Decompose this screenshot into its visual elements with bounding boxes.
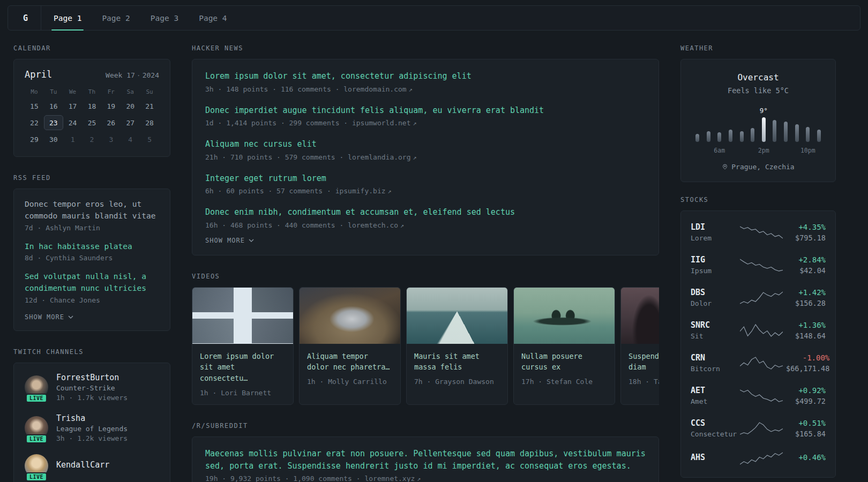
video-card[interactable]: Lorem ipsum dolor sit amet consectetu… 1… bbox=[192, 287, 294, 405]
post-title[interactable]: Maecenas mollis pulvinar erat non posuer… bbox=[205, 448, 646, 472]
rss-item-title[interactable]: Donec tempor eros leo, ut commodo mauris… bbox=[25, 199, 159, 222]
stock-symbol[interactable]: IIG bbox=[691, 255, 737, 265]
video-card[interactable]: Mauris sit amet massa felis 7h · Grayson… bbox=[406, 287, 508, 405]
rss-show-more-button[interactable]: SHOW MORE bbox=[25, 313, 159, 321]
live-badge: LIVE bbox=[26, 394, 47, 403]
hackernews-card: Lorem ipsum dolor sit amet, consectetur … bbox=[192, 59, 659, 255]
weather-bar bbox=[707, 131, 710, 142]
channel-avatar[interactable]: LIVE bbox=[25, 375, 48, 399]
rss-item: Donec tempor eros leo, ut commodo mauris… bbox=[25, 199, 159, 232]
stock-name: Ipsum bbox=[691, 267, 737, 275]
story-title[interactable]: Donec imperdiet augue tincidunt felis al… bbox=[205, 104, 646, 117]
stock-symbol[interactable]: LDI bbox=[691, 222, 737, 232]
video-card[interactable]: Suspendisse diam 18h · Tara bbox=[620, 287, 659, 405]
tab-page-3[interactable]: Page 3 bbox=[140, 6, 189, 30]
weather-bar bbox=[729, 130, 732, 142]
story-domain-link[interactable]: ipsumworld.net bbox=[352, 119, 411, 127]
story-meta: 6h · 60 points · 57 comments · ipsumify.… bbox=[205, 187, 646, 195]
story-meta: 16h · 468 points · 440 comments · loremt… bbox=[205, 221, 646, 229]
stock-symbol[interactable]: DBS bbox=[691, 288, 737, 297]
stock-symbol[interactable]: CCS bbox=[691, 418, 737, 428]
story-domain-link[interactable]: loremtech.co bbox=[348, 221, 398, 229]
stock-row[interactable]: CRNBitcorn -1.00%$66,171.48 bbox=[691, 347, 826, 379]
video-card[interactable]: Nullam posuere cursus ex 17h · Stefan Co… bbox=[513, 287, 615, 405]
video-card[interactable]: Aliquam tempor dolor nec pharetra… 1h · … bbox=[299, 287, 401, 405]
video-title[interactable]: Mauris sit amet massa felis bbox=[414, 351, 500, 373]
twitch-channel-row[interactable]: LIVE Trisha League of Legends 3h · 1.2k … bbox=[25, 413, 159, 442]
story-title[interactable]: Aliquam nec cursus elit bbox=[205, 138, 646, 150]
twitch-channel-row[interactable]: LIVE ForrestBurton Counter-Strike 1h · 1… bbox=[25, 373, 159, 402]
channel-avatar[interactable]: LIVE bbox=[25, 454, 48, 478]
tab-page-1[interactable]: Page 1 bbox=[43, 6, 92, 30]
weather-widget: WEATHER Overcast Feels like 5°C 6am9°2pm… bbox=[680, 44, 836, 182]
stock-sparkline bbox=[740, 290, 783, 305]
story-domain-link[interactable]: ipsumify.biz bbox=[335, 187, 386, 195]
stock-symbol[interactable]: AHS bbox=[691, 453, 737, 462]
story-title[interactable]: Integer eget rutrum lorem bbox=[205, 172, 646, 185]
video-thumbnail[interactable] bbox=[300, 288, 400, 344]
stock-row[interactable]: IIGIpsum +2.84%$42.04 bbox=[691, 248, 826, 281]
stock-name: Consectetur bbox=[691, 430, 737, 438]
calendar-day: 2 bbox=[83, 132, 102, 147]
weather-bar-column bbox=[737, 131, 746, 154]
weather-bar-column: 10pm bbox=[803, 127, 812, 154]
stock-price: $795.18 bbox=[786, 234, 826, 242]
weather-bar bbox=[773, 120, 776, 142]
calendar-day: 22 bbox=[25, 115, 44, 130]
weather-bar-column bbox=[693, 134, 702, 154]
video-thumbnail[interactable] bbox=[192, 288, 293, 344]
video-thumbnail[interactable] bbox=[514, 288, 615, 344]
stock-symbol[interactable]: AET bbox=[691, 386, 737, 395]
stock-name: Amet bbox=[691, 397, 737, 405]
show-more-label: SHOW MORE bbox=[25, 313, 64, 321]
video-title[interactable]: Lorem ipsum dolor sit amet consectetu… bbox=[200, 351, 286, 385]
stock-symbol[interactable]: SNRC bbox=[691, 320, 737, 330]
weather-bar-column bbox=[726, 130, 735, 154]
stock-row[interactable]: SNRCSit +1.36%$148.64 bbox=[691, 314, 826, 347]
stock-row[interactable]: CCSConsectetur +0.51%$165.84 bbox=[691, 412, 826, 445]
weather-axis-label: 6am bbox=[714, 147, 725, 154]
channel-game[interactable]: League of Legends bbox=[56, 425, 128, 433]
post-domain-link[interactable]: loremnet.xyz bbox=[364, 475, 415, 482]
stock-name: Sit bbox=[691, 332, 737, 340]
weather-bar-column bbox=[748, 128, 757, 154]
calendar-day: 24 bbox=[63, 115, 83, 130]
stock-sparkline bbox=[740, 421, 783, 436]
channel-name[interactable]: KendallCarr bbox=[56, 460, 109, 470]
tab-page-4[interactable]: Page 4 bbox=[189, 6, 237, 30]
tab-page-2[interactable]: Page 2 bbox=[92, 6, 140, 30]
channel-name[interactable]: Trisha bbox=[56, 413, 128, 423]
rss-item-title[interactable]: Sed volutpat nulla nisl, a condimentum n… bbox=[25, 271, 159, 295]
video-thumbnail[interactable] bbox=[407, 288, 507, 344]
rss-widget: RSS FEED Donec tempor eros leo, ut commo… bbox=[13, 174, 170, 331]
channel-game[interactable]: Counter-Strike bbox=[56, 384, 128, 392]
video-title[interactable]: Aliquam tempor dolor nec pharetra… bbox=[307, 351, 393, 373]
stock-row[interactable]: AHS +0.46% bbox=[691, 445, 826, 472]
story-title[interactable]: Lorem ipsum dolor sit amet, consectetur … bbox=[205, 70, 646, 82]
video-title[interactable]: Nullam posuere cursus ex bbox=[521, 351, 607, 373]
story-domain-link[interactable]: loremlandia.org bbox=[348, 153, 410, 161]
story-domain-link[interactable]: loremdomain.com bbox=[343, 85, 406, 93]
video-title[interactable]: Suspendisse diam bbox=[628, 351, 659, 373]
stock-row[interactable]: DBSDolor +1.42%$156.28 bbox=[691, 281, 826, 314]
story-meta: 3h · 148 points · 116 comments · loremdo… bbox=[205, 85, 646, 93]
stock-row[interactable]: LDILorem +4.35%$795.18 bbox=[691, 216, 826, 248]
stock-change: -1.00% bbox=[786, 353, 829, 362]
weather-bar-column: 6am bbox=[715, 132, 724, 154]
stock-sparkline bbox=[740, 451, 783, 466]
stock-row[interactable]: AETAmet +0.92%$499.72 bbox=[691, 379, 826, 412]
stock-symbol[interactable]: CRN bbox=[691, 353, 737, 363]
video-thumbnail[interactable] bbox=[621, 288, 659, 344]
videos-widget: VIDEOS Lorem ipsum dolor sit amet consec… bbox=[192, 273, 659, 405]
channel-name[interactable]: ForrestBurton bbox=[56, 373, 128, 382]
day-header: Su bbox=[140, 88, 159, 95]
story-meta: 1d · 1,414 points · 299 comments · ipsum… bbox=[205, 119, 646, 127]
story-title[interactable]: Donec enim nibh, condimentum et accumsan… bbox=[205, 206, 646, 219]
channel-avatar[interactable]: LIVE bbox=[25, 416, 48, 440]
stock-change: +0.46% bbox=[786, 453, 826, 462]
hackernews-show-more-button[interactable]: SHOW MORE bbox=[205, 237, 646, 244]
calendar-day: 17 bbox=[63, 99, 83, 114]
rss-item-title[interactable]: In hac habitasse platea bbox=[25, 241, 159, 253]
calendar-day: 5 bbox=[140, 132, 159, 147]
twitch-channel-row[interactable]: LIVE KendallCarr bbox=[25, 454, 159, 478]
